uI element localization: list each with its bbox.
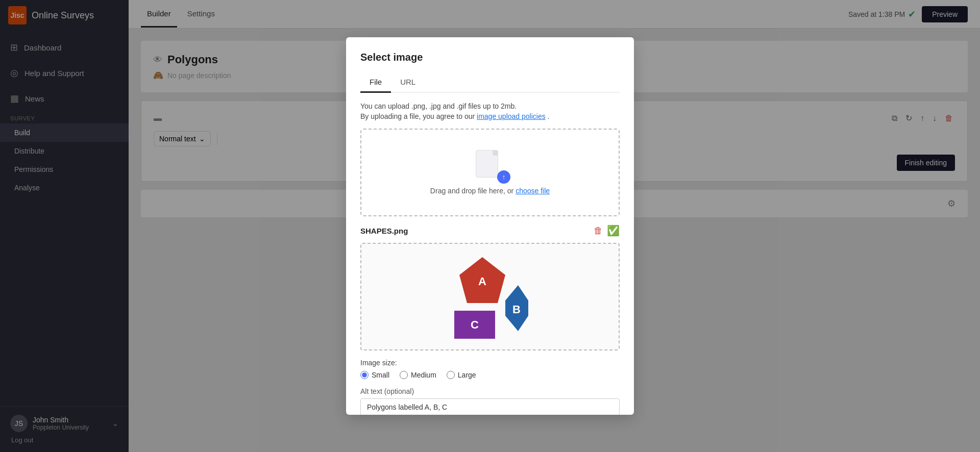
- modal-info-line2: By uploading a file, you agree to our im…: [360, 112, 620, 120]
- svg-text:C: C: [471, 318, 479, 331]
- modal-tabs: File URL: [360, 73, 620, 93]
- upload-icon: ↑: [497, 170, 510, 184]
- image-upload-policies-link[interactable]: image upload policies: [477, 112, 546, 120]
- select-image-modal: Select image File URL You can upload .pn…: [346, 37, 634, 415]
- alt-text-section: Alt text (optional): [360, 387, 620, 415]
- file-name: SHAPES.png: [360, 227, 408, 235]
- radio-group: Small Medium Large: [360, 371, 620, 379]
- tab-url[interactable]: URL: [391, 73, 425, 93]
- tab-file[interactable]: File: [360, 73, 391, 93]
- choose-file-link[interactable]: choose file: [516, 187, 550, 195]
- alt-text-input[interactable]: [360, 398, 620, 415]
- drop-zone[interactable]: ↑ Drag and drop file here, or choose fil…: [360, 129, 620, 216]
- image-size-options: Image size: Small Medium Large: [360, 359, 620, 379]
- size-label: Image size:: [360, 359, 620, 367]
- size-medium-option[interactable]: Medium: [400, 371, 436, 379]
- delete-file-button[interactable]: 🗑: [594, 225, 603, 236]
- shapes-preview-svg: A B C: [439, 252, 541, 341]
- svg-text:A: A: [478, 275, 486, 288]
- file-check-icon: ✅: [607, 224, 620, 237]
- file-row: SHAPES.png 🗑 ✅: [360, 224, 620, 237]
- size-small-radio[interactable]: [360, 371, 369, 379]
- modal-info-line1: You can upload .png, .jpg and .gif files…: [360, 102, 620, 110]
- document-icon: [476, 150, 498, 178]
- size-large-option[interactable]: Large: [447, 371, 476, 379]
- modal-title: Select image: [360, 52, 620, 63]
- size-medium-radio[interactable]: [400, 371, 408, 379]
- image-preview: A B C: [360, 243, 620, 350]
- drop-text: Drag and drop file here, or choose file: [430, 187, 550, 195]
- size-small-option[interactable]: Small: [360, 371, 389, 379]
- drop-icon-wrap: ↑: [476, 150, 504, 181]
- alt-text-label: Alt text (optional): [360, 387, 620, 395]
- size-large-radio[interactable]: [447, 371, 455, 379]
- file-actions: 🗑 ✅: [594, 224, 620, 237]
- svg-text:B: B: [512, 303, 521, 316]
